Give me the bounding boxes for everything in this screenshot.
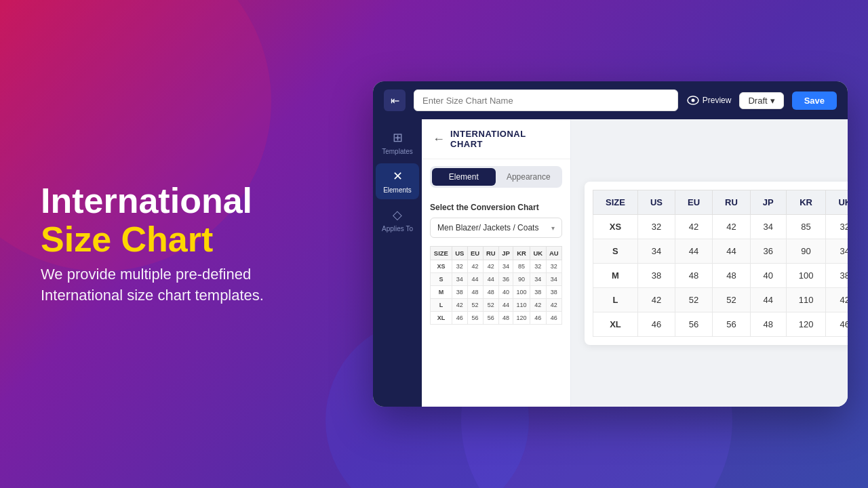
left-arrow-icon: ← [433, 132, 445, 146]
panel-content: Select the Conversion Chart Men Blazer/ … [422, 195, 570, 407]
hero-title-line1: International [41, 181, 252, 220]
table-row: M384848401003838 [431, 286, 562, 299]
tab-element-label: Element [449, 172, 479, 182]
hero-subtitle: We provide multiple pre-defined Internat… [41, 264, 326, 306]
tab-element[interactable]: Element [432, 168, 496, 186]
toggle-tabs: Element Appearance [430, 166, 562, 188]
main-content: ⊞ Templates ✕ Elements ◇ Applies To ← IN… [373, 119, 848, 407]
table-row: XL465656481204646 [593, 312, 848, 336]
svg-point-1 [691, 99, 694, 102]
small-table-header: AU [546, 247, 562, 260]
table-row: XL465656481204646 [431, 312, 562, 325]
table-row: XS32424234853232 [593, 214, 848, 239]
tab-appearance-label: Appearance [507, 172, 551, 182]
sidebar-item-applies-to[interactable]: ◇ Applies To [376, 202, 419, 238]
small-table-header: UK [530, 247, 546, 260]
table-row: S34444436903434 [431, 273, 562, 286]
preview-table-header: KR [786, 190, 826, 214]
chart-name-input[interactable] [414, 89, 678, 111]
sidebar-item-elements[interactable]: ✕ Elements [376, 163, 419, 199]
small-table-header: US [452, 247, 467, 260]
hero-section: International Size Chart We provide mult… [41, 182, 326, 306]
sidebar-item-templates[interactable]: ⊞ Templates [376, 125, 419, 161]
chart-title: INTERNATIONAL CHART [450, 129, 559, 149]
table-row: M384848401003838 [593, 263, 848, 287]
save-button[interactable]: Save [792, 92, 837, 110]
draft-label: Draft [748, 96, 767, 106]
preview-table: SIZEUSEURUJPKRUKAU XS32424234853232S3444… [593, 190, 848, 337]
app-window: ⇤ Preview Draft ▾ Save ⊞ Templates [373, 81, 848, 407]
preview-table-header: RU [713, 190, 751, 214]
dropdown-arrow-icon: ▾ [551, 224, 555, 232]
sidebar-elements-label: Elements [383, 186, 412, 194]
small-table-header: RU [483, 247, 498, 260]
preview-table-header: UK [826, 190, 848, 214]
save-label: Save [804, 96, 825, 106]
preview-table-wrapper: SIZEUSEURUJPKRUKAU XS32424234853232S3444… [585, 182, 848, 345]
chart-back-button[interactable]: ← [433, 132, 445, 146]
elements-icon: ✕ [393, 169, 403, 184]
preview-label: Preview [703, 96, 732, 105]
top-bar: ⇤ Preview Draft ▾ Save [373, 81, 848, 119]
back-arrow-icon: ⇤ [391, 94, 399, 107]
table-row: S34444436903434 [593, 239, 848, 263]
right-panel: SIZEUSEURUJPKRUKAU XS32424234853232S3444… [571, 119, 848, 407]
table-row: L425252441104242 [431, 299, 562, 312]
tab-appearance[interactable]: Appearance [497, 168, 561, 186]
preview-button[interactable]: Preview [686, 94, 732, 107]
preview-table-header: JP [750, 190, 786, 214]
chart-header: ← INTERNATIONAL CHART [422, 119, 570, 159]
conversion-dropdown[interactable]: Men Blazer/ Jackets / Coats ▾ [430, 218, 562, 238]
preview-table-header: EU [675, 190, 712, 214]
conversion-label: Select the Conversion Chart [430, 203, 562, 212]
small-table-header: EU [467, 247, 483, 260]
sidebar-applies-label: Applies To [382, 225, 413, 232]
hero-title: International Size Chart [41, 182, 326, 259]
chevron-down-icon: ▾ [770, 96, 775, 106]
hero-title-line2: Size Chart [41, 220, 213, 259]
templates-icon: ⊞ [393, 130, 403, 145]
eye-icon [686, 94, 700, 107]
preview-table-header: SIZE [593, 190, 638, 214]
sidebar-templates-label: Templates [382, 148, 413, 155]
left-panel: ← INTERNATIONAL CHART Element Appearance… [422, 119, 571, 407]
small-table-header: JP [499, 247, 513, 260]
small-table-header: KR [513, 247, 530, 260]
applies-to-icon: ◇ [393, 207, 402, 222]
dropdown-value: Men Blazer/ Jackets / Coats [437, 223, 538, 232]
small-size-table: SIZEUSEURUJPKRUKAU XS32424234853232S3444… [430, 246, 562, 325]
small-table-header: SIZE [431, 247, 452, 260]
table-row: XS32424234853232 [431, 260, 562, 273]
draft-button[interactable]: Draft ▾ [739, 92, 783, 109]
sidebar: ⊞ Templates ✕ Elements ◇ Applies To [373, 119, 422, 407]
preview-table-header: US [637, 190, 675, 214]
window-back-button[interactable]: ⇤ [384, 89, 406, 111]
table-row: L425252441104242 [593, 287, 848, 312]
